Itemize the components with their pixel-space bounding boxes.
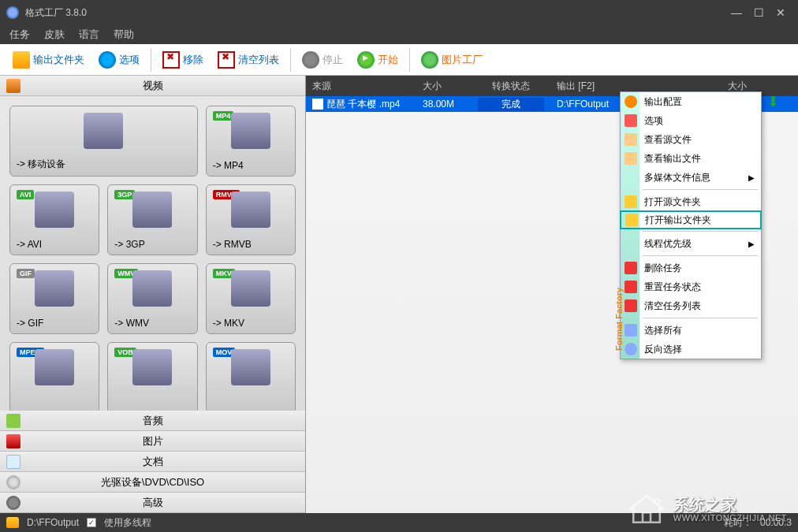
- context-menu-label: 查看源文件: [644, 133, 692, 147]
- format-item-mobile[interactable]: -> 移动设备: [9, 106, 198, 177]
- format-thumb-icon: [231, 192, 270, 228]
- file-icon: [625, 152, 637, 165]
- format-thumb-icon: [231, 270, 270, 307]
- context-menu-item[interactable]: 多媒体文件信息▶: [621, 168, 761, 187]
- format-item-rmvb[interactable]: RMVB-> RMVB: [206, 184, 296, 255]
- col-output[interactable]: 输出 [F2]: [550, 80, 677, 93]
- format-thumb-icon: [35, 270, 74, 307]
- reset-icon: [625, 281, 637, 293]
- col-source[interactable]: 来源: [306, 80, 416, 93]
- category-disc[interactable]: 光驱设备\DVD\CD\ISO: [0, 472, 305, 493]
- format-thumb-icon: [231, 349, 270, 385]
- context-menu-label: 查看输出文件: [644, 152, 701, 166]
- output-folder-button[interactable]: 输出文件夹: [6, 48, 91, 72]
- context-menu-item[interactable]: 线程优先级▶: [621, 234, 761, 253]
- context-menu-item[interactable]: 重置任务状态: [621, 277, 761, 296]
- maximize-button[interactable]: ☐: [748, 5, 770, 20]
- format-label: -> 移动设备: [15, 158, 192, 171]
- menubar: 任务 皮肤 语言 帮助: [0, 25, 798, 44]
- toolbar-separator: [151, 48, 151, 72]
- watermark: 系统之家 WWW.XITONGZHIJIA.NET: [626, 493, 787, 526]
- format-label: -> MKV: [211, 318, 290, 329]
- format-grid: -> 移动设备MP4-> MP4AVI-> AVI3GP-> 3GPRMVB->…: [0, 96, 305, 411]
- context-menu-label: 线程优先级: [644, 237, 692, 251]
- chevron-right-icon: ▶: [748, 240, 755, 248]
- format-item-wmv[interactable]: WMV-> WMV: [107, 263, 197, 334]
- menu-language[interactable]: 语言: [79, 28, 99, 42]
- context-menu-label: 打开输出文件夹: [645, 214, 711, 227]
- menu-skin[interactable]: 皮肤: [44, 28, 65, 42]
- stop-button[interactable]: 停止: [296, 48, 349, 72]
- file-icon: [312, 99, 323, 110]
- format-item-mkv[interactable]: MKV-> MKV: [206, 263, 296, 334]
- sel-icon: [625, 324, 637, 337]
- audio-icon: [6, 414, 21, 428]
- format-thumb-icon: [231, 113, 270, 149]
- folder-icon: [625, 214, 638, 226]
- video-icon: [6, 79, 21, 93]
- folder-icon: [13, 51, 30, 69]
- format-item-mpeg[interactable]: MPEG: [9, 342, 99, 411]
- category-advanced[interactable]: 高级: [0, 493, 305, 513]
- category-image[interactable]: 图片: [0, 431, 305, 452]
- menu-help[interactable]: 帮助: [114, 28, 134, 42]
- context-menu-item[interactable]: 查看输出文件: [621, 149, 761, 168]
- down-arrow-icon[interactable]: ⬇: [767, 93, 779, 110]
- format-item-3gp[interactable]: 3GP-> 3GP: [107, 184, 197, 255]
- multithread-label: 使用多线程: [104, 516, 151, 530]
- format-label: -> AVI: [15, 239, 94, 250]
- house-icon: [626, 493, 667, 526]
- category-video[interactable]: 视频: [0, 76, 305, 96]
- context-menu-item[interactable]: 反向选择: [621, 340, 761, 359]
- format-thumb-icon: [35, 192, 74, 228]
- start-button[interactable]: 开始: [351, 48, 405, 72]
- col-size[interactable]: 大小: [416, 80, 472, 93]
- context-menu-label: 反向选择: [644, 343, 682, 356]
- format-label: -> WMV: [113, 318, 192, 329]
- format-tag: AVI: [17, 190, 34, 199]
- format-item-mp4[interactable]: MP4-> MP4: [206, 106, 296, 177]
- folder-icon: [6, 517, 19, 528]
- remove-button[interactable]: 移除: [156, 48, 210, 72]
- disc-icon: [6, 475, 21, 489]
- inv-icon: [625, 343, 637, 355]
- format-item-mov[interactable]: MOV: [206, 342, 296, 411]
- menu-task[interactable]: 任务: [9, 28, 30, 42]
- context-menu-item[interactable]: 删除任务: [621, 259, 761, 277]
- context-menu-item[interactable]: 选择所有: [621, 321, 761, 340]
- format-item-avi[interactable]: AVI-> AVI: [9, 184, 99, 255]
- col-status[interactable]: 转换状态: [472, 80, 550, 93]
- format-label: -> GIF: [15, 318, 94, 329]
- context-menu-label: 选择所有: [644, 324, 682, 337]
- image-icon: [6, 434, 21, 448]
- options-button[interactable]: 选项: [92, 48, 146, 72]
- category-audio[interactable]: 音频: [0, 411, 305, 431]
- format-label: -> MP4: [211, 160, 290, 171]
- multithread-checkbox[interactable]: ✓: [87, 518, 96, 527]
- context-menu-item[interactable]: 查看源文件: [621, 130, 761, 149]
- toolbar: 输出文件夹 选项 移除 清空列表 停止 开始 图片工厂: [0, 44, 798, 76]
- folder-icon: [625, 195, 637, 208]
- minimize-button[interactable]: —: [725, 5, 748, 20]
- clear-icon: [218, 51, 235, 69]
- context-menu-item[interactable]: 输出配置: [621, 92, 761, 111]
- format-thumb-icon: [132, 349, 172, 385]
- col-outsize[interactable]: 大小: [677, 80, 798, 93]
- play-icon: [357, 51, 375, 69]
- context-menu-item[interactable]: 打开源文件夹: [621, 192, 761, 211]
- document-icon: [6, 455, 21, 469]
- toolbar-separator: [409, 48, 410, 72]
- context-menu-item[interactable]: 清空任务列表: [621, 296, 761, 315]
- context-menu-item[interactable]: 打开输出文件夹: [620, 210, 762, 229]
- context-menu-label: 输出配置: [644, 95, 682, 109]
- options-icon: [625, 114, 637, 127]
- context-menu-item[interactable]: 选项: [621, 111, 761, 130]
- close-button[interactable]: ✕: [770, 5, 792, 20]
- format-item-vob[interactable]: VOB: [107, 342, 197, 411]
- left-panel: 视频 -> 移动设备MP4-> MP4AVI-> AVI3GP-> 3GPRMV…: [0, 76, 306, 513]
- format-item-gif[interactable]: GIF-> GIF: [9, 263, 99, 334]
- category-document[interactable]: 文档: [0, 452, 305, 472]
- clear-list-button[interactable]: 清空列表: [211, 48, 285, 72]
- output-path[interactable]: D:\FFOutput: [27, 517, 79, 528]
- image-factory-button[interactable]: 图片工厂: [415, 48, 489, 72]
